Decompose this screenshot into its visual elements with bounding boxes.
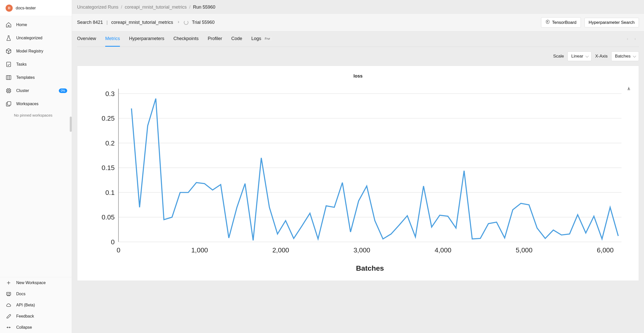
svg-rect-4 (7, 102, 11, 105)
tab-scroll-left[interactable] (624, 35, 631, 43)
svg-text:5,000: 5,000 (516, 246, 532, 254)
svg-text:0.25: 0.25 (102, 115, 115, 122)
sidebar-item-collapse[interactable]: Collapse (0, 322, 72, 333)
svg-rect-1 (6, 76, 11, 80)
pencil-icon (6, 313, 12, 319)
docs-icon (6, 291, 12, 297)
search-label[interactable]: Search 8421 (77, 20, 103, 25)
sidebar-item-cluster[interactable]: Cluster 0% (0, 84, 72, 97)
svg-rect-5 (7, 292, 11, 295)
breadcrumb: Uncategorized Runs / coreapi_mnist_tutor… (72, 0, 644, 13)
tab-hyperparameters[interactable]: Hyperparameters (129, 31, 164, 47)
home-icon (6, 22, 12, 28)
svg-text:0.05: 0.05 (102, 213, 115, 221)
svg-text:1,000: 1,000 (191, 246, 208, 254)
svg-text:0: 0 (117, 246, 120, 254)
sidebar-item-feedback[interactable]: Feedback (0, 311, 72, 322)
plus-icon (6, 280, 12, 286)
chart-title: loss (85, 73, 631, 79)
trial-label: Trial 55960 (192, 20, 214, 25)
no-pinned-label: No pinned workspaces (0, 110, 72, 122)
button-label: TensorBoard (552, 20, 576, 25)
svg-text:0: 0 (111, 238, 115, 246)
sidebar-item-label: Home (16, 23, 27, 27)
scale-label: Scale (553, 54, 564, 59)
sidebar-item-label: Collapse (16, 325, 32, 330)
tab-checkpoints[interactable]: Checkpoints (173, 31, 199, 47)
tensorboard-icon (545, 20, 550, 25)
stack-icon (6, 101, 12, 107)
sidebar-header: D docs-tester (0, 0, 72, 16)
experiment-name[interactable]: coreapi_mnist_tutorial_metrics (111, 20, 173, 25)
scale-select[interactable]: Linear (567, 51, 592, 61)
button-label: Hyperparameter Search (589, 20, 635, 25)
xaxis-select[interactable]: Batches (611, 51, 639, 61)
chip-icon (6, 88, 12, 94)
tab-profiler[interactable]: Profiler (208, 31, 222, 47)
tab-overview[interactable]: Overview (77, 31, 96, 47)
toolbar-path: Search 8421 | coreapi_mnist_tutorial_met… (77, 20, 214, 25)
sidebar-item-label: API (Beta) (16, 303, 35, 307)
sidebar-item-tasks[interactable]: Tasks (0, 58, 72, 71)
svg-text:4,000: 4,000 (435, 246, 451, 254)
sidebar: D docs-tester Home Uncategorized Mod (0, 0, 72, 333)
chart-controls: Scale Linear X-Axis Batches (72, 47, 644, 66)
nav-list: Home Uncategorized Model Registry Tasks (0, 16, 72, 122)
tensorboard-button[interactable]: TensorBoard (541, 17, 581, 28)
tab-metrics[interactable]: Metrics (105, 31, 120, 47)
breadcrumb-current: Run 55960 (193, 5, 215, 10)
main: Uncategorized Runs / coreapi_mnist_tutor… (72, 0, 644, 333)
svg-text:Batches: Batches (356, 264, 384, 272)
user-name[interactable]: docs-tester (16, 6, 36, 10)
svg-text:2,000: 2,000 (272, 246, 289, 254)
avatar[interactable]: D (6, 5, 13, 12)
sidebar-item-model-registry[interactable]: Model Registry (0, 45, 72, 58)
xaxis-label: X-Axis (595, 54, 607, 59)
cloud-icon (6, 302, 12, 308)
svg-text:3,000: 3,000 (353, 246, 370, 254)
flask-icon (6, 35, 12, 41)
sidebar-item-label: Templates (16, 75, 35, 80)
tab-scroll-right[interactable] (631, 35, 639, 43)
breadcrumb-item[interactable]: Uncategorized Runs (77, 5, 118, 10)
breadcrumb-item[interactable]: coreapi_mnist_tutorial_metrics (125, 5, 187, 10)
svg-text:0.1: 0.1 (105, 189, 115, 196)
scrollbar-thumb[interactable] (70, 117, 72, 132)
svg-text:0.15: 0.15 (102, 164, 115, 172)
tabs-row: Overview Metrics Hyperparameters Checkpo… (72, 31, 644, 47)
sidebar-item-workspaces[interactable]: Workspaces (0, 97, 72, 110)
sidebar-item-api[interactable]: API (Beta) (0, 300, 72, 311)
breadcrumb-sep: / (121, 5, 122, 10)
cluster-badge: 0% (59, 88, 67, 93)
tabs: Overview Metrics Hyperparameters Checkpo… (77, 31, 272, 47)
hp-search-button[interactable]: Hyperparameter Search (584, 18, 639, 27)
sidebar-item-label: Tasks (16, 62, 27, 67)
tab-badge: Frvr (263, 37, 272, 41)
sidebar-item-label: Model Registry (16, 49, 43, 53)
sidebar-body: Home Uncategorized Model Registry Tasks (0, 16, 72, 333)
chart-svg: 00.050.10.150.20.250.301,0002,0003,0004,… (85, 84, 631, 275)
cube-icon (6, 48, 12, 54)
sidebar-item-label: Uncategorized (16, 36, 42, 40)
sidebar-item-label: Docs (16, 292, 25, 296)
sidebar-item-templates[interactable]: Templates (0, 71, 72, 84)
chart-plot: 00.050.10.150.20.250.301,0002,0003,0004,… (85, 84, 631, 275)
tab-code[interactable]: Code (231, 31, 242, 47)
sidebar-item-home[interactable]: Home (0, 18, 72, 31)
sidebar-item-label: Cluster (16, 88, 29, 93)
tasks-icon (6, 61, 12, 67)
sidebar-item-docs[interactable]: Docs (0, 288, 72, 300)
breadcrumb-sep: / (189, 5, 190, 10)
chevron-right-icon (177, 20, 180, 25)
tab-label: Logs (251, 36, 261, 41)
sidebar-item-label: Feedback (16, 314, 34, 319)
chart-panel: loss 00.050.10.150.20.250.301,0002,0003,… (77, 66, 639, 281)
tab-logs[interactable]: Logs Frvr (251, 31, 272, 47)
toolbar: Search 8421 | coreapi_mnist_tutorial_met… (72, 13, 644, 31)
svg-text:6,000: 6,000 (597, 246, 614, 254)
spinner-icon (184, 20, 188, 25)
sidebar-item-label: New Workspace (16, 281, 46, 285)
sidebar-item-label: Workspaces (16, 102, 39, 106)
sidebar-item-new-workspace[interactable]: New Workspace (0, 277, 72, 288)
sidebar-item-uncategorized[interactable]: Uncategorized (0, 31, 72, 45)
